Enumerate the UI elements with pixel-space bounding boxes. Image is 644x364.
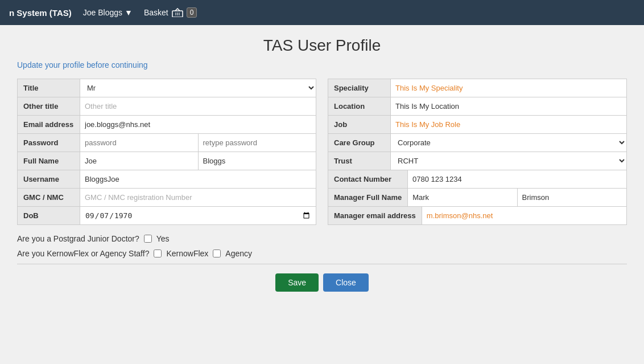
- divider: [17, 264, 627, 264]
- fullname-field: [80, 152, 316, 170]
- fullname-label: Full Name: [18, 152, 80, 170]
- gmc-input[interactable]: [80, 189, 316, 206]
- other-title-label: Other title: [18, 97, 80, 115]
- password-row: Password: [17, 133, 316, 152]
- email-label: Email address: [18, 116, 80, 133]
- close-button[interactable]: Close: [323, 273, 369, 292]
- job-field[interactable]: [391, 116, 626, 133]
- manager-firstname-input[interactable]: [408, 189, 517, 206]
- email-row: Email address: [17, 115, 316, 133]
- navbar-username: Joe Bloggs: [83, 8, 122, 17]
- title-select[interactable]: Mr Mrs Miss Ms Dr Prof: [80, 79, 316, 97]
- dob-field[interactable]: [80, 207, 316, 224]
- update-notice: Update your profile before continuing: [17, 60, 627, 69]
- navbar-user-chevron: ▼: [125, 8, 133, 17]
- contact-field[interactable]: [408, 170, 626, 188]
- postgrad-row: Are you a Postgrad Junior Doctor? Yes: [17, 234, 627, 243]
- left-form: Title Mr Mrs Miss Ms Dr Prof Other title: [17, 79, 316, 225]
- username-field[interactable]: [80, 170, 316, 188]
- username-row: Username: [17, 170, 316, 188]
- basket-count: 0: [187, 7, 197, 18]
- manager-name-row: Manager Full Name: [328, 188, 627, 206]
- title-field[interactable]: Mr Mrs Miss Ms Dr Prof: [80, 79, 316, 97]
- speciality-field[interactable]: [391, 79, 626, 97]
- manager-name-field: [408, 189, 626, 206]
- speciality-input[interactable]: [391, 80, 626, 96]
- navbar: n System (TAS) Joe Bloggs ▼ Basket 0: [0, 0, 644, 25]
- agency-checkbox[interactable]: [213, 250, 221, 257]
- postgrad-question: Are you a Postgrad Junior Doctor?: [17, 234, 139, 243]
- trust-row: Trust RCHT Other: [328, 152, 627, 170]
- location-label: Location: [328, 97, 391, 115]
- checkbox-section: Are you a Postgrad Junior Doctor? Yes Ar…: [17, 234, 627, 258]
- trust-field[interactable]: RCHT Other: [391, 152, 626, 170]
- contact-input[interactable]: [408, 171, 626, 187]
- username-label: Username: [18, 170, 80, 188]
- postgrad-checkbox[interactable]: [144, 235, 152, 243]
- email-field[interactable]: [80, 116, 316, 133]
- dob-input[interactable]: [80, 207, 316, 224]
- gmc-field[interactable]: [80, 189, 316, 206]
- manager-email-row: Manager email address: [328, 206, 627, 225]
- other-title-field[interactable]: [80, 97, 316, 115]
- care-group-label: Care Group: [328, 134, 391, 152]
- title-label: Title: [18, 79, 80, 97]
- username-input[interactable]: [80, 171, 316, 187]
- location-input[interactable]: [391, 98, 626, 114]
- manager-lastname-input[interactable]: [517, 189, 626, 206]
- postgrad-yes-label: Yes: [156, 234, 170, 243]
- care-group-field[interactable]: Corporate Other: [391, 134, 626, 152]
- email-input[interactable]: [80, 116, 316, 133]
- kernowflex-checkbox[interactable]: [154, 250, 162, 257]
- manager-email-label: Manager email address: [328, 207, 422, 224]
- other-title-row: Other title: [17, 97, 316, 115]
- job-label: Job: [328, 116, 391, 133]
- dob-label: DoB: [18, 207, 80, 224]
- contact-label: Contact Number: [328, 170, 408, 188]
- agency-row: Are you KernowFlex or Agency Staff? Kern…: [17, 249, 627, 258]
- care-group-row: Care Group Corporate Other: [328, 133, 627, 152]
- password-input[interactable]: [80, 134, 198, 152]
- page-title: TAS User Profile: [17, 36, 627, 55]
- title-row: Title Mr Mrs Miss Ms Dr Prof: [17, 79, 316, 97]
- speciality-label: Speciality: [328, 79, 391, 97]
- basket-label: Basket: [144, 8, 168, 17]
- trust-select[interactable]: RCHT Other: [391, 152, 626, 170]
- lastname-input[interactable]: [198, 152, 316, 170]
- fullname-row: Full Name: [17, 152, 316, 170]
- care-group-select[interactable]: Corporate Other: [391, 134, 626, 152]
- save-button[interactable]: Save: [275, 273, 319, 292]
- basket-icon: [172, 8, 183, 17]
- kernowflex-label: KernowFlex: [166, 249, 208, 258]
- agency-question: Are you KernowFlex or Agency Staff?: [17, 249, 149, 258]
- dob-row: DoB: [17, 206, 316, 225]
- gmc-row: GMC / NMC: [17, 188, 316, 206]
- right-form: Speciality Location Job: [328, 79, 627, 225]
- job-input[interactable]: [391, 116, 626, 133]
- other-title-input[interactable]: [80, 98, 316, 114]
- navbar-brand: n System (TAS): [9, 8, 72, 18]
- retype-password-input[interactable]: [198, 134, 316, 152]
- form-wrapper: Title Mr Mrs Miss Ms Dr Prof Other title: [17, 79, 627, 225]
- manager-name-label: Manager Full Name: [328, 189, 408, 206]
- main-content: TAS User Profile Update your profile bef…: [0, 25, 644, 364]
- contact-row: Contact Number: [328, 170, 627, 188]
- job-row: Job: [328, 115, 627, 133]
- navbar-user-menu[interactable]: Joe Bloggs ▼: [83, 8, 133, 17]
- location-field[interactable]: [391, 97, 626, 115]
- firstname-input[interactable]: [80, 152, 198, 170]
- password-field-split: [80, 134, 316, 152]
- manager-email-input[interactable]: [422, 207, 626, 224]
- password-label: Password: [18, 134, 80, 152]
- location-row: Location: [328, 97, 627, 115]
- manager-email-field[interactable]: [422, 207, 626, 224]
- gmc-label: GMC / NMC: [18, 189, 80, 206]
- button-row: Save Close: [17, 273, 627, 303]
- navbar-basket[interactable]: Basket 0: [144, 7, 197, 18]
- trust-label: Trust: [328, 152, 391, 170]
- agency-label: Agency: [225, 249, 252, 258]
- speciality-row: Speciality: [328, 79, 627, 97]
